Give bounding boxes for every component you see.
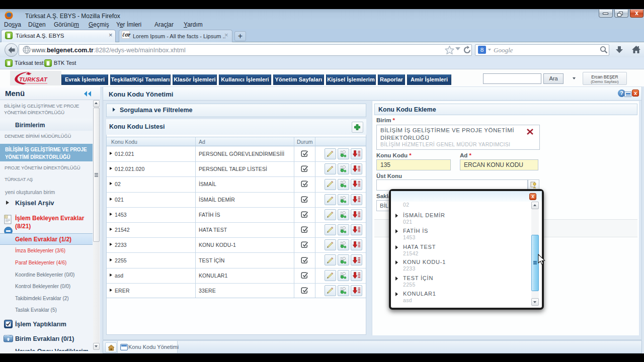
svg-text:TURKSAT: TURKSAT — [19, 76, 48, 82]
